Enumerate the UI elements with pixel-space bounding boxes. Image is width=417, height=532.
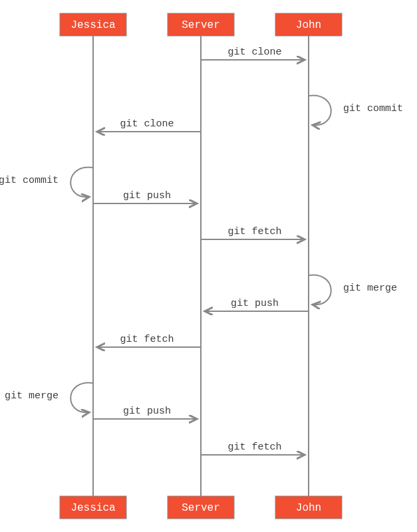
- actor-label-john-bottom: John: [296, 502, 321, 514]
- self-msg-1: [309, 96, 331, 126]
- msg-label-6: git merge: [343, 283, 397, 294]
- messages: git clonegit commitgit clonegit commitgi…: [0, 47, 403, 455]
- msg-label-8: git fetch: [120, 334, 174, 345]
- actors-bottom: JessicaServerJohn: [60, 496, 342, 519]
- actors-top: JessicaServerJohn: [60, 13, 342, 36]
- lifelines: [93, 36, 309, 496]
- msg-label-9: git merge: [5, 390, 59, 402]
- self-msg-9: [70, 383, 93, 413]
- msg-label-11: git fetch: [227, 442, 281, 453]
- msg-label-7: git push: [231, 298, 279, 309]
- self-msg-3: [70, 168, 93, 198]
- sequence-diagram: git clonegit commitgit clonegit commitgi…: [0, 0, 417, 532]
- msg-label-1: git commit: [343, 103, 403, 114]
- msg-label-3: git commit: [0, 175, 59, 186]
- msg-label-10: git push: [123, 406, 171, 417]
- actor-label-server-top: Server: [182, 19, 220, 31]
- actor-label-jessica-bottom: Jessica: [70, 502, 116, 514]
- msg-label-0: git clone: [227, 47, 281, 58]
- actor-label-jessica-top: Jessica: [70, 19, 116, 31]
- msg-label-2: git clone: [120, 118, 174, 130]
- actor-label-server-bottom: Server: [182, 502, 220, 514]
- msg-label-5: git fetch: [227, 226, 281, 237]
- actor-label-john-top: John: [296, 19, 321, 31]
- msg-label-4: git push: [123, 190, 171, 201]
- self-msg-6: [309, 275, 331, 305]
